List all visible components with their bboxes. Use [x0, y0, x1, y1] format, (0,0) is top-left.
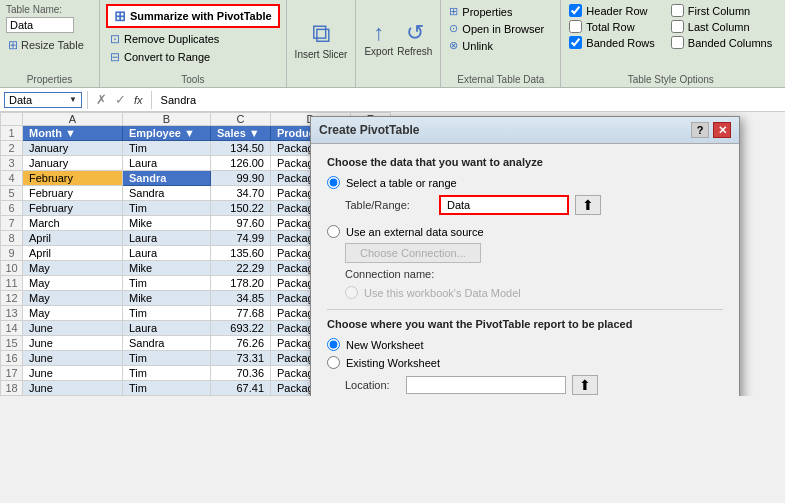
name-box[interactable]: Data ▼ [4, 92, 82, 108]
location-browse-btn[interactable]: ⬆ [572, 375, 598, 395]
banded-cols-check-label[interactable]: Banded Columns [671, 36, 772, 49]
data-cell[interactable]: June [23, 351, 123, 366]
choose-connection-btn[interactable]: Choose Connection... [345, 243, 481, 263]
formula-input[interactable] [157, 93, 781, 107]
data-cell[interactable]: May [23, 306, 123, 321]
data-cell[interactable]: Laura [123, 246, 211, 261]
data-cell[interactable]: 73.31 [211, 351, 271, 366]
radio-new-worksheet-label[interactable]: New Worksheet [346, 339, 423, 351]
banded-cols-checkbox[interactable] [671, 36, 684, 49]
radio-existing-worksheet[interactable] [327, 356, 340, 369]
total-row-checkbox[interactable] [569, 20, 582, 33]
resize-table-btn[interactable]: ⊞ Resize Table [6, 37, 93, 53]
data-cell[interactable]: Laura [123, 231, 211, 246]
data-cell[interactable]: June [23, 366, 123, 381]
data-cell[interactable]: Tim [123, 366, 211, 381]
data-cell[interactable]: June [23, 381, 123, 396]
radio-external[interactable] [327, 225, 340, 238]
data-cell[interactable]: 178.20 [211, 276, 271, 291]
data-cell[interactable]: 99.90 [211, 171, 271, 186]
last-col-checkbox[interactable] [671, 20, 684, 33]
data-cell[interactable]: January [23, 141, 123, 156]
data-cell[interactable]: Mike [123, 261, 211, 276]
data-cell[interactable]: Mike [123, 216, 211, 231]
data-cell[interactable]: 693.22 [211, 321, 271, 336]
data-cell-selected[interactable]: February [23, 171, 123, 186]
data-cell[interactable]: January [23, 156, 123, 171]
data-cell[interactable]: 134.50 [211, 141, 271, 156]
data-cell[interactable]: 34.70 [211, 186, 271, 201]
confirm-formula-btn[interactable]: ✓ [112, 92, 129, 107]
data-cell[interactable]: 70.36 [211, 366, 271, 381]
first-col-checkbox[interactable] [671, 4, 684, 17]
radio-data-model[interactable] [345, 286, 358, 299]
unlink-btn[interactable]: ⊗ Unlink [447, 38, 554, 53]
radio-existing-worksheet-label[interactable]: Existing Worksheet [346, 357, 440, 369]
last-col-check-label[interactable]: Last Column [671, 20, 772, 33]
data-cell[interactable]: May [23, 276, 123, 291]
first-col-check-label[interactable]: First Column [671, 4, 772, 17]
data-cell[interactable]: Tim [123, 141, 211, 156]
data-cell[interactable]: April [23, 231, 123, 246]
data-cell[interactable]: 22.29 [211, 261, 271, 276]
data-cell[interactable]: Sandra [123, 336, 211, 351]
data-cell[interactable]: May [23, 261, 123, 276]
banded-rows-checkbox[interactable] [569, 36, 582, 49]
radio-select-table-label[interactable]: Select a table or range [346, 177, 457, 189]
data-cell[interactable]: April [23, 246, 123, 261]
refresh-btn[interactable]: ↺ Refresh [397, 20, 432, 57]
radio-new-worksheet[interactable] [327, 338, 340, 351]
data-cell[interactable]: June [23, 336, 123, 351]
cancel-formula-btn[interactable]: ✗ [93, 92, 110, 107]
col-header-A[interactable]: A [23, 113, 123, 126]
data-cell[interactable]: Mike [123, 291, 211, 306]
table-header-employee[interactable]: Employee ▼ [123, 126, 211, 141]
data-cell[interactable]: Sandra [123, 186, 211, 201]
location-input[interactable] [406, 376, 566, 394]
header-row-checkbox[interactable] [569, 4, 582, 17]
data-cell[interactable]: 77.68 [211, 306, 271, 321]
data-cell[interactable]: 76.26 [211, 336, 271, 351]
name-box-dropdown-icon[interactable]: ▼ [69, 95, 77, 104]
data-cell[interactable]: June [23, 321, 123, 336]
fx-btn[interactable]: fx [131, 94, 146, 106]
data-cell[interactable]: 97.60 [211, 216, 271, 231]
data-cell[interactable]: 34.85 [211, 291, 271, 306]
dialog-close-btn[interactable]: ✕ [713, 122, 731, 138]
data-cell[interactable]: Tim [123, 276, 211, 291]
table-name-input[interactable] [6, 17, 74, 33]
data-cell[interactable]: 135.60 [211, 246, 271, 261]
data-cell[interactable]: Laura [123, 156, 211, 171]
header-row-check-label[interactable]: Header Row [569, 4, 655, 17]
data-cell[interactable]: February [23, 186, 123, 201]
summarize-pivottable-btn[interactable]: ⊞ Summarize with PivotTable [106, 4, 280, 28]
col-header-B[interactable]: B [123, 113, 211, 126]
insert-slicer-btn[interactable]: ⧉ Insert Slicer [295, 18, 348, 60]
data-cell-selected[interactable]: Sandra [123, 171, 211, 186]
data-cell[interactable]: 126.00 [211, 156, 271, 171]
data-cell[interactable]: Tim [123, 351, 211, 366]
data-cell[interactable]: 67.41 [211, 381, 271, 396]
open-browser-btn[interactable]: ⊙ Open in Browser [447, 21, 554, 36]
data-cell[interactable]: February [23, 201, 123, 216]
data-cell[interactable]: 74.99 [211, 231, 271, 246]
table-header-month[interactable]: Month ▼ [23, 126, 123, 141]
table-range-input[interactable] [439, 195, 569, 215]
remove-duplicates-btn[interactable]: ⊡ Remove Duplicates [106, 31, 280, 47]
data-cell[interactable]: Tim [123, 306, 211, 321]
dialog-help-btn[interactable]: ? [691, 122, 709, 138]
radio-external-label[interactable]: Use an external data source [346, 226, 484, 238]
properties-btn[interactable]: ⊞ Properties [447, 4, 554, 19]
data-cell[interactable]: Laura [123, 321, 211, 336]
table-range-browse-btn[interactable]: ⬆ [575, 195, 601, 215]
data-cell[interactable]: Tim [123, 381, 211, 396]
data-cell[interactable]: March [23, 216, 123, 231]
data-cell[interactable]: Tim [123, 201, 211, 216]
data-cell[interactable]: May [23, 291, 123, 306]
radio-select-table[interactable] [327, 176, 340, 189]
export-btn[interactable]: ↑ Export [364, 20, 393, 57]
table-header-sales[interactable]: Sales ▼ [211, 126, 271, 141]
total-row-check-label[interactable]: Total Row [569, 20, 655, 33]
col-header-C[interactable]: C [211, 113, 271, 126]
data-cell[interactable]: 150.22 [211, 201, 271, 216]
